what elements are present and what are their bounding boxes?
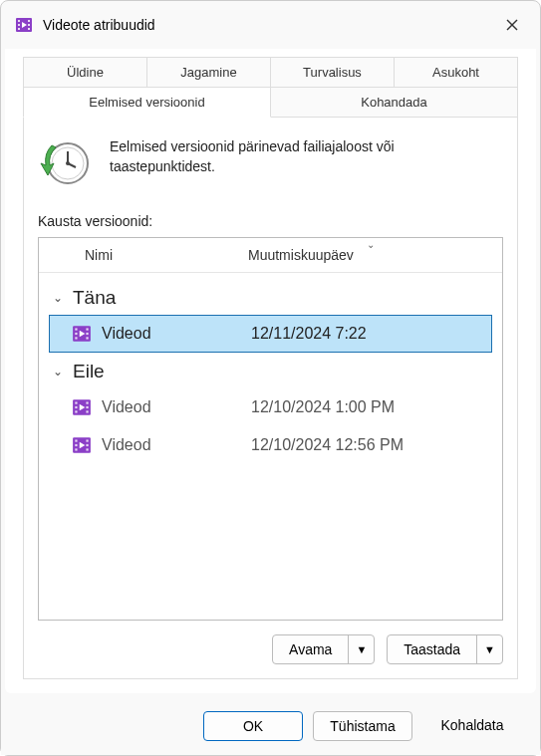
properties-dialog: Videote atribuudid Üldine Jagamine Turva… (0, 0, 541, 756)
window-title: Videote atribuudid (43, 17, 488, 33)
svg-rect-5 (28, 24, 30, 26)
svg-rect-25 (75, 406, 77, 408)
dialog-buttons: OK Tühistama Kohaldata (1, 697, 540, 755)
tab-location[interactable]: Asukoht (395, 57, 518, 88)
ok-button[interactable]: OK (203, 711, 303, 741)
svg-rect-17 (75, 333, 77, 335)
item-date: 12/11/2024 7:22 (251, 325, 485, 343)
list-body: ⌄ Täna (39, 273, 502, 620)
group-label: Täna (73, 287, 116, 309)
svg-rect-29 (86, 410, 88, 412)
svg-point-14 (66, 161, 70, 165)
tab-sharing[interactable]: Jagamine (147, 57, 271, 88)
version-item[interactable]: Videod 12/10/2024 12:56 PM (49, 426, 492, 464)
versions-list: Nimi ⌄ Muutmiskuupäev ⌄ Täna (38, 237, 503, 621)
open-button[interactable]: Avama ▼ (272, 634, 375, 664)
group-yesterday[interactable]: ⌄ Eile (49, 353, 492, 388)
svg-rect-3 (18, 28, 20, 30)
restore-button[interactable]: Taastada ▼ (387, 634, 503, 664)
item-date: 12/10/2024 12:56 PM (251, 436, 485, 454)
info-row: Eelmised versioonid pärinevad failiajalo… (38, 135, 503, 189)
tab-panel-previous-versions: Eelmised versioonid pärinevad failiajalo… (23, 117, 518, 679)
svg-rect-33 (75, 444, 77, 446)
versions-label: Kausta versioonid: (38, 213, 503, 229)
apply-button[interactable]: Kohaldata (422, 711, 522, 741)
svg-rect-34 (75, 448, 77, 450)
dialog-content: Üldine Jagamine Turvalisus Asukoht Eelmi… (5, 49, 536, 693)
svg-rect-18 (75, 337, 77, 339)
titlebar: Videote atribuudid (1, 1, 540, 49)
tab-general[interactable]: Üldine (23, 57, 147, 88)
group-label: Eile (73, 361, 105, 382)
svg-rect-1 (18, 20, 20, 22)
open-button-label: Avama (273, 635, 348, 663)
svg-rect-20 (86, 333, 88, 335)
svg-rect-4 (28, 20, 30, 22)
column-name[interactable]: Nimi (39, 238, 238, 272)
tab-previous-versions[interactable]: Eelmised versioonid (23, 87, 271, 118)
chevron-down-icon: ⌄ (53, 365, 67, 378)
cancel-button[interactable]: Tühistama (313, 711, 412, 741)
video-folder-icon (15, 16, 33, 34)
svg-rect-2 (18, 24, 20, 26)
restore-button-label: Taastada (388, 635, 476, 663)
column-date[interactable]: ⌄ Muutmiskuupäev (238, 238, 502, 272)
item-date: 12/10/2024 1:00 PM (251, 398, 485, 416)
svg-rect-35 (86, 439, 88, 441)
version-item[interactable]: Videod 12/10/2024 1:00 PM (49, 388, 492, 426)
group-today[interactable]: ⌄ Täna (49, 279, 492, 315)
action-buttons: Avama ▼ Taastada ▼ (38, 634, 503, 664)
version-item[interactable]: Videod 12/11/2024 7:22 (49, 315, 492, 353)
svg-rect-26 (75, 410, 77, 412)
svg-rect-21 (86, 337, 88, 339)
item-name: Videod (102, 436, 241, 454)
svg-rect-32 (75, 439, 77, 441)
info-text: Eelmised versioonid pärinevad failiajalo… (110, 135, 503, 176)
svg-rect-19 (86, 328, 88, 330)
tab-customize[interactable]: Kohandada (271, 87, 518, 118)
item-name: Videod (102, 325, 241, 343)
svg-rect-37 (86, 448, 88, 450)
svg-rect-36 (86, 444, 88, 446)
svg-rect-16 (75, 328, 77, 330)
restore-dropdown[interactable]: ▼ (476, 635, 502, 663)
svg-rect-28 (86, 406, 88, 408)
sort-indicator-icon: ⌄ (367, 239, 375, 250)
close-button[interactable] (498, 11, 526, 39)
video-folder-icon (72, 435, 92, 455)
column-date-label: Muutmiskuupäev (248, 247, 354, 263)
svg-rect-24 (75, 401, 77, 403)
restore-clock-icon (38, 135, 92, 189)
video-folder-icon (72, 324, 92, 344)
item-name: Videod (102, 398, 241, 416)
tab-security[interactable]: Turvalisus (271, 57, 395, 88)
open-dropdown[interactable]: ▼ (348, 635, 374, 663)
svg-rect-6 (28, 28, 30, 30)
video-folder-icon (72, 397, 92, 417)
list-header: Nimi ⌄ Muutmiskuupäev (39, 238, 502, 273)
svg-rect-27 (86, 401, 88, 403)
tabs-row-1: Üldine Jagamine Turvalisus Asukoht (23, 57, 518, 87)
chevron-down-icon: ⌄ (53, 291, 67, 305)
tabs-row-2: Eelmised versioonid Kohandada (23, 87, 518, 117)
